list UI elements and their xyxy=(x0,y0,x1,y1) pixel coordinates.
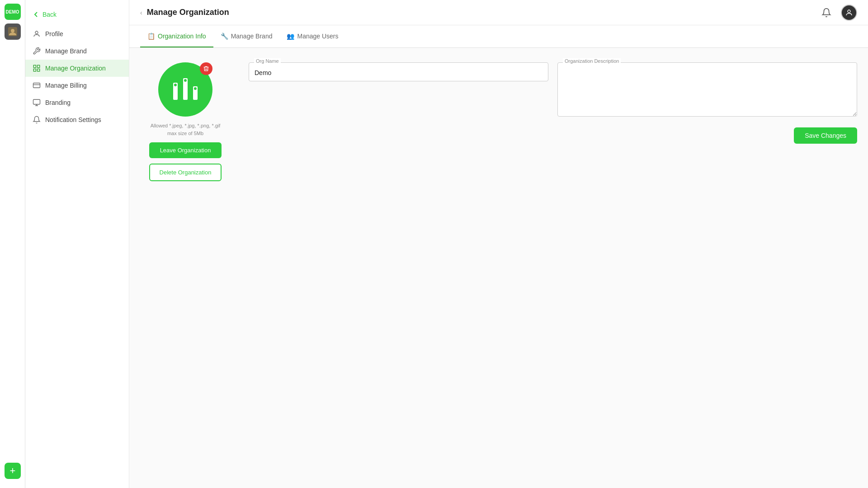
sidebar-item-manage-organization[interactable]: Manage Organization xyxy=(25,60,129,77)
sidebar-item-profile[interactable]: Profile xyxy=(25,25,129,42)
sidebar-item-manage-billing[interactable]: Manage Billing xyxy=(25,77,129,94)
manage-users-tab-icon: 👥 xyxy=(287,33,294,40)
org-name-field: Org Name xyxy=(249,62,548,118)
person-icon xyxy=(33,30,41,38)
svg-rect-3 xyxy=(33,65,36,67)
sidebar-item-manage-brand[interactable]: Manage Brand xyxy=(25,42,129,60)
header-right xyxy=(819,5,857,21)
tab-organization-info[interactable]: 📋 Organization Info xyxy=(140,25,213,47)
grid-icon xyxy=(33,64,41,72)
svg-point-1 xyxy=(11,29,14,33)
svg-rect-8 xyxy=(33,99,40,104)
svg-point-9 xyxy=(848,10,850,13)
form-row-names: Org Name Organization Description xyxy=(249,62,857,118)
page-content: Allowed *.jpeg, *.jpg, *.png, *.gif max … xyxy=(129,48,868,488)
org-info-tab-icon: 📋 xyxy=(147,33,155,40)
tabs-bar: 📋 Organization Info 🔧 Manage Brand 👥 Man… xyxy=(129,25,868,48)
bell-sidebar-icon xyxy=(33,116,41,124)
sidebar: Back Profile Manage Brand xyxy=(25,0,129,488)
org-desc-field: Organization Description xyxy=(557,62,857,118)
top-header: ‹ Manage Organization xyxy=(129,0,868,25)
page-title: Manage Organization xyxy=(147,8,229,17)
delete-organization-button[interactable]: Delete Organization xyxy=(149,164,222,181)
main-content: ‹ Manage Organization xyxy=(129,0,868,488)
file-hint: Allowed *.jpeg, *.jpg, *.png, *.gif max … xyxy=(151,122,221,137)
svg-rect-7 xyxy=(33,83,40,88)
sidebar-item-branding[interactable]: Branding xyxy=(25,94,129,111)
svg-rect-4 xyxy=(38,65,40,67)
svg-point-13 xyxy=(174,83,177,87)
avatar-demo[interactable]: DEMO xyxy=(5,4,21,20)
org-logo-wrapper xyxy=(158,62,212,117)
org-name-label: Org Name xyxy=(254,58,281,64)
svg-point-15 xyxy=(193,87,197,90)
breadcrumb-chevron: ‹ xyxy=(140,9,142,16)
user-avatar-button[interactable] xyxy=(841,5,857,21)
manage-brand-tab-icon: 🔧 xyxy=(221,33,228,40)
icon-rail: DEMO + xyxy=(0,0,25,488)
sidebar-item-notification-settings[interactable]: Notification Settings xyxy=(25,111,129,128)
org-logo-delete-button[interactable] xyxy=(200,62,212,75)
svg-rect-5 xyxy=(33,69,36,71)
save-changes-button[interactable]: Save Changes xyxy=(794,127,857,144)
org-logo-section: Allowed *.jpeg, *.jpg, *.png, *.gif max … xyxy=(140,62,231,474)
org-desc-label: Organization Description xyxy=(563,58,621,64)
bell-icon[interactable] xyxy=(819,5,834,20)
avatar-org2[interactable] xyxy=(5,23,21,40)
add-org-button[interactable]: + xyxy=(5,463,21,479)
header-left: ‹ Manage Organization xyxy=(140,8,229,17)
tab-manage-brand[interactable]: 🔧 Manage Brand xyxy=(213,25,280,47)
tab-manage-users[interactable]: 👥 Manage Users xyxy=(279,25,345,47)
leave-organization-button[interactable]: Leave Organization xyxy=(149,142,222,158)
back-button[interactable]: Back xyxy=(25,7,129,25)
org-desc-textarea[interactable] xyxy=(557,62,857,117)
monitor-icon xyxy=(33,99,41,107)
form-actions: Save Changes xyxy=(249,127,857,144)
card-icon xyxy=(33,81,41,89)
svg-rect-6 xyxy=(38,69,40,71)
wrench-icon xyxy=(33,47,41,55)
svg-point-14 xyxy=(184,79,187,82)
org-name-input[interactable] xyxy=(249,62,548,81)
org-form-section: Org Name Organization Description Save C… xyxy=(249,62,857,474)
svg-point-2 xyxy=(35,31,38,34)
